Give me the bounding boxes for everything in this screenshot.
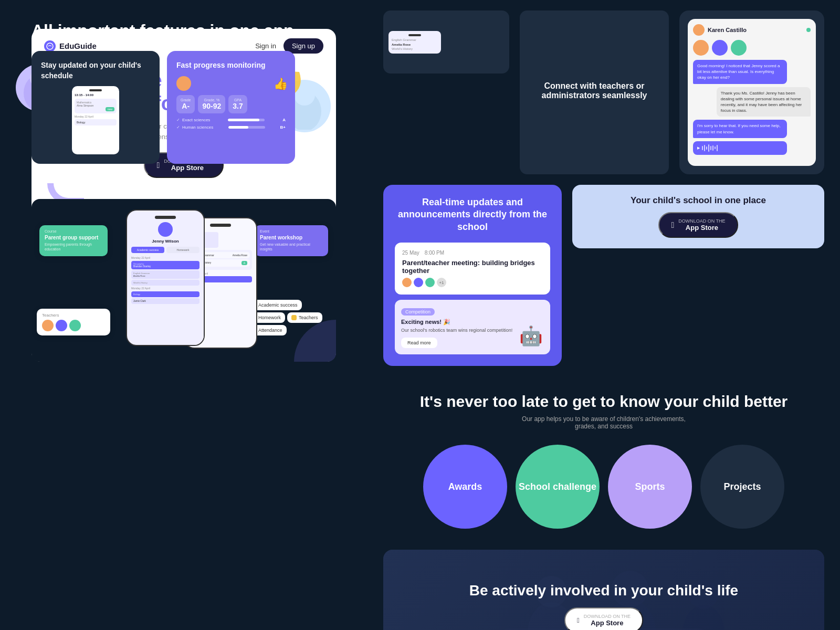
competition-card: Competition Exciting news! 🎉 Our school'… xyxy=(395,300,550,354)
tab-academic: Academic success xyxy=(131,247,164,253)
chat-msg-2: Thank you Ms. Castillo! Jenny has been d… xyxy=(717,87,811,117)
thumb-icon: 👍 xyxy=(274,77,288,91)
circle-awards-label: Awards xyxy=(448,481,482,492)
subject-exact: ✓Exact sciences A xyxy=(176,118,286,122)
event-card: Event Parent workshop Get new valuable a… xyxy=(255,225,328,256)
circle-sports-label: Sports xyxy=(635,481,665,492)
chip-dot-teachers xyxy=(291,315,297,320)
meeting-av-2 xyxy=(414,278,423,287)
comp-tag: Competition xyxy=(401,308,435,316)
schedule-item3: World's History xyxy=(131,280,200,286)
schedule-day1: Monday 22 April xyxy=(131,256,200,259)
chat-av-1 xyxy=(693,40,709,56)
course-title: Parent group support xyxy=(45,235,102,240)
chip-label-homework: Homework xyxy=(258,315,281,320)
phone-tabs: Academic success Homework xyxy=(131,247,200,253)
bottom-appstore-button[interactable]:  DOWNLOAD ON THE App Store xyxy=(564,607,643,630)
features-section: All important features in one app Stay u… xyxy=(0,0,346,164)
chat-area: Karen Castillo Good morning! I noticed t… xyxy=(679,10,824,174)
chip-label-teachers: Teachers xyxy=(299,315,318,320)
bottom-content: Be actively involved in your child's lif… xyxy=(469,582,738,630)
chat-status xyxy=(806,28,811,32)
chat-msg-1: Good morning! I noticed that Jenny score… xyxy=(693,60,787,84)
meeting-title: Parent/teacher meeting: building bridges… xyxy=(402,259,543,275)
top-strip: English Grammar Amelia Rose World's Hist… xyxy=(383,0,824,174)
strip-phone-screen: English Grammar Amelia Rose World's Hist… xyxy=(388,31,441,54)
bottom-appstore-label: DOWNLOAD ON THE App Store xyxy=(584,614,631,627)
robot-icon: 🤖 xyxy=(519,325,543,347)
navbar: EduGuide Sign in Sign up xyxy=(32,29,336,54)
meeting-av-3 xyxy=(425,278,435,287)
grade-box-pct: Grade, % 90-92 xyxy=(198,95,225,113)
right-side-cards: Your child's school in one place  DOWNL… xyxy=(572,185,824,366)
announcement-card: Real-time updates and announcements dire… xyxy=(383,185,562,366)
chat-header: Karen Castillo xyxy=(693,24,811,36)
phone-screen: Jenny Wilson Academic success Homework M… xyxy=(127,211,204,345)
progress-exact xyxy=(228,119,265,121)
event-desc: Get new valuable and practical insights xyxy=(260,242,323,251)
schedule-phone-mini: 13:15 - 14:00 Mathematics Alma Simpson n… xyxy=(72,86,119,154)
brand-name: EduGuide xyxy=(59,41,97,50)
circle-awards: Awards xyxy=(423,445,507,529)
meeting-date: 25 May xyxy=(402,250,419,256)
grade-box-gpa: GPA 3.7 xyxy=(228,95,247,113)
course-card: Course Parent group support Empowering p… xyxy=(39,225,108,256)
schedule-item1: Geography Brandan Stanley xyxy=(131,261,200,269)
event-title: Parent workshop xyxy=(260,235,323,240)
course-label: Course xyxy=(45,229,102,233)
teachers-card: Teachers xyxy=(37,309,110,335)
logo-icon xyxy=(44,40,56,52)
circle-school-label: School challenge xyxy=(519,481,596,492)
circle-projects-label: Projects xyxy=(723,481,761,492)
phone-notch xyxy=(155,216,176,219)
mini-math-card: Mathematics Alma Simpson new xyxy=(75,99,117,113)
app-mockup-section: Course Parent group support Empowering p… xyxy=(32,199,336,362)
announcement-area: Real-time updates and announcements dire… xyxy=(383,185,824,366)
teachers-label: Teachers xyxy=(42,313,105,318)
feature-card-progress: Fast progress monitoring 👍 Grade A- Grad… xyxy=(167,51,295,164)
phone-main: Jenny Wilson Academic success Homework M… xyxy=(126,209,205,346)
grade-box-letter: Grade A- xyxy=(176,95,195,113)
know-better-section: It's never too late to get to know your … xyxy=(383,376,824,539)
right-panel: English Grammar Amelia Rose World's Hist… xyxy=(368,0,840,630)
meeting-meta: 25 May 8:00 PM xyxy=(402,250,543,256)
phone-schedule: Monday 22 April Geography Brandan Stanle… xyxy=(131,256,200,304)
circle-sports: Sports xyxy=(608,445,692,529)
subject-human: ✓Human sciences B+ xyxy=(176,125,286,130)
chat-av-2 xyxy=(712,40,728,56)
schedule-item4: Biology xyxy=(131,291,200,297)
grade-row: Grade A- Grade, % 90-92 GPA 3.7 xyxy=(176,95,286,113)
circle-projects: Projects xyxy=(700,445,784,529)
one-place-card: Your child's school in one place  DOWNL… xyxy=(572,185,824,248)
connect-card: Connect with teachers or administrators … xyxy=(520,10,669,174)
meeting-time: 8:00 PM xyxy=(425,250,444,256)
chip-label-academic: Academic success xyxy=(258,302,298,308)
teacher-avatars xyxy=(42,320,105,331)
fp-avatar xyxy=(176,76,191,91)
bottom-apple-icon:  xyxy=(577,616,580,624)
mini-time: 13:15 - 14:00 xyxy=(75,93,117,97)
chat-avatars-row xyxy=(693,40,811,56)
logo: EduGuide xyxy=(44,40,97,52)
chat-person-avatar xyxy=(693,24,705,36)
feature-card-progress-title: Fast progress monitoring xyxy=(176,60,286,71)
schedule-strip: English Grammar Amelia Rose World's Hist… xyxy=(383,10,509,74)
signin-link[interactable]: Sign in xyxy=(255,42,276,50)
comp-read-more-button[interactable]: Read more xyxy=(401,338,437,348)
phone-name: Jenny Wilson xyxy=(131,239,200,244)
know-better-title: It's never too late to get to know your … xyxy=(394,392,814,411)
audio-wave xyxy=(702,144,718,152)
teacher-avatar-1 xyxy=(42,320,54,331)
schedule-item2: English Grammar Amelia Rose xyxy=(131,270,200,279)
one-place-appstore-button[interactable]:  DOWNLOAD ON THE App Store xyxy=(658,212,738,238)
bottom-title: Be actively involved in your child's lif… xyxy=(469,582,738,600)
meeting-av-count: +1 xyxy=(437,278,446,287)
teacher-avatar-2 xyxy=(56,320,67,331)
one-place-appstore-label: DOWNLOAD ON THE App Store xyxy=(678,218,725,232)
connect-title: Connect with teachers or administrators … xyxy=(530,81,658,100)
meeting-avatars: +1 xyxy=(402,278,543,287)
event-label: Event xyxy=(260,229,323,233)
chat-audio-msg: ▶ xyxy=(693,141,787,155)
progress-content: 👍 Grade A- Grade, % 90-92 GPA xyxy=(176,76,286,130)
circle-school: School challenge xyxy=(516,445,600,529)
